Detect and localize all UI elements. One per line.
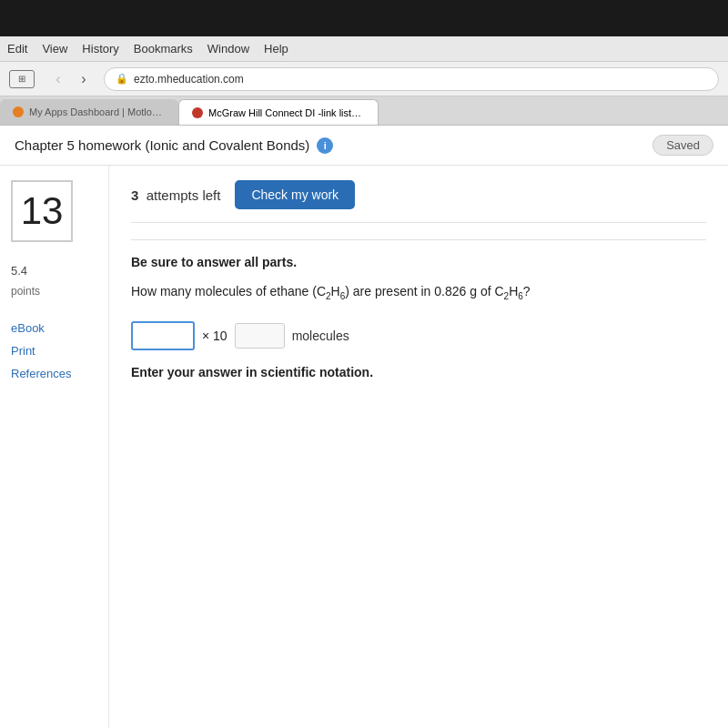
- tab-group-icon[interactable]: ⊞: [9, 70, 35, 88]
- question-number: 13: [21, 189, 64, 233]
- menu-bar: Edit View History Bookmarks Window Help: [0, 36, 728, 62]
- tab-dashboard[interactable]: My Apps Dashboard | Motlow State Communi…: [0, 99, 178, 125]
- points-value: 5.4: [11, 264, 27, 278]
- coefficient-input[interactable]: [131, 321, 195, 350]
- attempts-label: attempts left: [147, 187, 221, 203]
- instruction-text: Be sure to answer all parts.: [131, 255, 706, 269]
- attempts-row: 3 attempts left Check my work: [131, 180, 706, 223]
- menu-view[interactable]: View: [42, 42, 67, 56]
- print-link[interactable]: Print: [11, 342, 35, 359]
- menu-bookmarks[interactable]: Bookmarks: [134, 42, 193, 56]
- forward-button[interactable]: ›: [73, 68, 95, 90]
- left-sidebar: 13 5.4 points eBook Print References: [0, 166, 109, 728]
- main-layout: 13 5.4 points eBook Print References 3 a…: [0, 166, 728, 728]
- top-bar: [0, 0, 728, 36]
- url-text: ezto.mheducation.com: [134, 73, 244, 86]
- question-number-box: 13: [11, 180, 73, 242]
- ebook-link[interactable]: eBook: [11, 319, 45, 337]
- exponent-input[interactable]: [235, 323, 285, 349]
- molecules-label: molecules: [292, 329, 349, 343]
- page-header: Chapter 5 homework (Ionic and Covalent B…: [0, 126, 728, 166]
- question-text: How many molecules of ethane (C2H6) are …: [131, 282, 706, 303]
- browser-nav-bar: ⊞ ‹ › 🔒 ezto.mheducation.com: [0, 62, 728, 96]
- address-bar[interactable]: 🔒 ezto.mheducation.com: [104, 67, 719, 91]
- references-link[interactable]: References: [11, 365, 71, 382]
- answer-row: × 10 molecules: [131, 321, 706, 350]
- tab-mcgraw-label: McGraw Hill Connect DI -link listed belo…: [208, 107, 365, 118]
- attempts-text: 3 attempts left: [131, 187, 220, 203]
- browser-tabs: My Apps Dashboard | Motlow State Communi…: [0, 96, 728, 126]
- sidebar-links: eBook Print References: [11, 319, 71, 382]
- menu-history[interactable]: History: [82, 42, 118, 56]
- page-title-row: Chapter 5 homework (Ionic and Covalent B…: [15, 137, 333, 154]
- menu-help[interactable]: Help: [264, 42, 288, 56]
- times-ten-label: × 10: [202, 329, 228, 343]
- page-title-text: Chapter 5 homework (Ionic and Covalent B…: [15, 137, 309, 153]
- page-content: Chapter 5 homework (Ionic and Covalent B…: [0, 126, 728, 728]
- tab-favicon-dashboard: [13, 106, 24, 117]
- tab-mcgraw[interactable]: McGraw Hill Connect DI -link listed belo…: [178, 99, 379, 125]
- tab-favicon-mcgraw: [192, 107, 203, 118]
- divider: [131, 239, 706, 240]
- scientific-note: Enter your answer in scientific notation…: [131, 365, 706, 379]
- points-label: points: [11, 285, 40, 298]
- right-content: 3 attempts left Check my work Be sure to…: [109, 166, 728, 728]
- lock-icon: 🔒: [116, 73, 128, 85]
- menu-window[interactable]: Window: [207, 42, 249, 56]
- back-button[interactable]: ‹: [47, 68, 69, 90]
- tab-dashboard-label: My Apps Dashboard | Motlow State Communi…: [29, 106, 166, 117]
- saved-badge: Saved: [652, 135, 713, 156]
- check-work-button[interactable]: Check my work: [235, 180, 355, 209]
- menu-edit[interactable]: Edit: [7, 42, 27, 56]
- info-icon[interactable]: i: [317, 137, 333, 154]
